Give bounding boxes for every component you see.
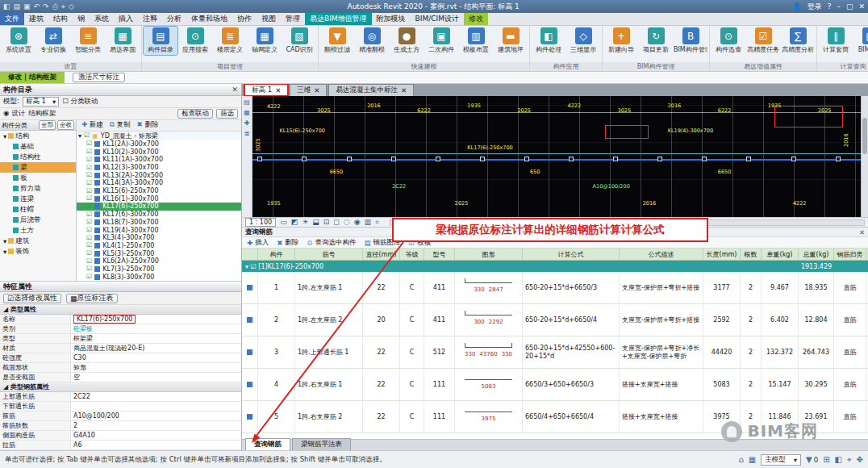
checkbox-icon[interactable]: ☑ [86,265,92,272]
checkbox-icon[interactable]: ☑ [86,235,92,241]
ribbon-tab-BIM/CIM设计[interactable]: BIM/CIM设计 [411,13,464,25]
list-item[interactable]: ☑KL17(6)-250x700 [77,203,241,211]
ribbon-button-高精度任务[interactable]: ☑高精度任务 [746,27,780,55]
table-group-row[interactable]: ▾ ☑ [1]KL17(6)-250x7001913.429 [242,261,868,272]
list-item[interactable]: ☑KL6(2A)-250x700 [77,257,241,265]
list-item[interactable]: ☑KL14(3A)-300x700 [77,179,241,187]
row-select-cell[interactable] [242,369,258,400]
list-item[interactable]: ☑KL19(4)-300x700 [77,226,241,234]
ribbon-button-项目更新[interactable]: ↻项目更新 [639,27,673,55]
checkbox-icon[interactable]: ☑ [86,148,92,155]
property-value[interactable]: 空 [71,373,241,382]
column-header-单重(kg)[interactable]: 单重(kg) [762,249,799,260]
ribbon-button-智能分类[interactable]: ≡智能分类 [71,27,105,55]
property-row-材质[interactable]: 材质商品混凝土(现浇砼20-E) [0,344,241,353]
property-row-是否变截面[interactable]: 是否变截面空 [0,373,241,382]
column-header-长度(mm)[interactable]: 长度(mm) [703,249,741,260]
property-row-截面形状[interactable]: 截面形状矩形 [0,363,241,373]
column-header-直径(mm)[interactable]: 直径(mm) [363,249,400,260]
list-strip-icon[interactable]: ≣ [244,130,250,137]
redo-icon[interactable]: ↷ [43,2,49,10]
checkbox-icon[interactable]: ☑ [86,274,92,280]
tab-close-icon[interactable]: ✕ [314,86,319,94]
ribbon-tab-协作[interactable]: 协作 [232,13,257,25]
ribbon-tab-体量和场地[interactable]: 体量和场地 [186,13,232,25]
list-item[interactable]: ☑KL3(4)-300x700 [77,234,241,242]
property-section-类型钢筋属性[interactable]: ◢ 类型钢筋属性 [0,382,241,392]
undo-icon[interactable]: ↶ [34,2,40,10]
crop-view-icon[interactable]: ⊡ [323,219,330,226]
tree-node-建筑[interactable]: ▾建筑 [0,236,76,246]
property-value[interactable]: 矩形 [71,363,241,372]
checkbox-icon[interactable]: ☑ [86,140,92,147]
checkbox-icon[interactable]: ☑ [86,250,92,257]
property-value[interactable]: 框架梁 [71,334,241,343]
scale-indicator[interactable]: 1 : 100 [245,218,276,227]
browser-strip-icon[interactable]: ▦ [244,109,250,116]
shadows-icon[interactable]: ⬓ [312,219,319,226]
design-option-select[interactable]: 主模型 ▾ [761,454,801,466]
column-header-根数[interactable]: 根数 [741,249,762,260]
property-row-箍筋肢数[interactable]: 箍筋肢数2 [0,421,241,431]
temporary-view-icon[interactable]: ▥ [365,219,372,226]
row-select-cell[interactable] [242,401,258,432]
reveal-hidden-icon[interactable]: ◉ [354,219,361,226]
ribbon-tab-文件[interactable]: 文件 [0,13,24,25]
rebar-row-2[interactable]: 21跨.左支座筋 220C4113002292650-20+15*d+6650/… [242,304,868,336]
list-item[interactable]: ☑KL7(3)-250x700 [77,265,241,274]
property-row-下部通长筋[interactable]: 下部通长筋 [0,402,241,412]
properties-button-原位标注表[interactable]: ▦ 原位标注表 [66,294,118,303]
login-label[interactable]: 登录 [807,2,822,12]
checkbox-icon[interactable]: ☑ [86,219,92,225]
ribbon-tab-视图[interactable]: 视图 [257,13,281,25]
ribbon-button-精准翻模[interactable]: ◎精准翻模 [355,27,389,55]
save-icon[interactable]: ▣ [23,2,31,10]
checkbox-icon[interactable]: ☑ [86,180,92,186]
ribbon-button-应用搜索[interactable]: ⊙应用搜索 [178,27,212,55]
exclude-options-icon[interactable]: ⊞ [823,455,829,464]
ribbon-tab-分析[interactable]: 分析 [162,13,186,25]
tree-node-装饰[interactable]: ▾装饰 [0,246,76,257]
property-value[interactable]: A6 [71,441,241,449]
ribbon-button-翻模过滤[interactable]: ▼翻模过滤 [320,27,354,55]
bottom-tab-梁钢筋平法表[interactable]: 梁钢筋平法表 [292,438,351,450]
ribbon-tab-建筑[interactable]: 建筑 [24,13,48,25]
selection-filter[interactable]: ▼ 0 [806,455,818,464]
property-value[interactable]: 2 [71,421,241,430]
level-select[interactable]: 标高 1 ▾ [23,97,59,107]
tree-node-连梁[interactable]: 连梁 [0,194,76,204]
list-item[interactable]: ☑KL18(7)-300x700 [77,219,241,227]
list-toolbar-新建[interactable]: ✚ 新建 [81,120,103,130]
ribbon-tab-钢[interactable]: 钢 [73,13,90,25]
column-header-型号[interactable]: 型号 [424,249,455,260]
checkbox-icon[interactable]: ☑ [86,203,92,210]
list-item[interactable]: ☑KL12(3)-300x700 [77,164,241,172]
constraints-icon[interactable]: ⌗ [375,219,379,226]
ribbon-tab-系统[interactable]: 系统 [90,13,114,25]
select-pinned-icon[interactable]: ⌖ [847,455,852,465]
property-row-侧面构造筋[interactable]: 侧面构造筋G4A10 [0,431,241,441]
ribbon-button-二次构件[interactable]: ▣二次构件 [424,27,458,55]
tab-close-icon[interactable]: ✕ [275,86,281,94]
design-options-icon[interactable]: ▦ [749,455,756,464]
hide-elements-icon[interactable]: ◌ [344,219,350,226]
table-toolbar-删除[interactable]: ✖ 删除 [277,238,298,248]
rebar-row-3[interactable]: 31跨.上部通长筋 122C51233043760330650-20+15*d+… [242,336,868,369]
expand-all-button[interactable]: 全部 [39,120,56,130]
close-icon[interactable]: ✕ [858,2,865,10]
column-header-等级[interactable]: 等级 [400,249,424,260]
ribbon-button-生成土方[interactable]: ●生成土方 [390,27,424,55]
context-tab-structural-framing[interactable]: 修改 | 结构框架 [0,72,65,83]
ribbon-button-模板布置[interactable]: ▥模板布置 [459,27,493,55]
tree-node-后浇带[interactable]: 后浇带 [0,215,76,225]
visual-style-icon[interactable]: ◩ [291,219,298,226]
collapse-all-button[interactable]: 全收 [57,120,74,130]
rebar-panel-close-icon[interactable]: ✕ [859,228,865,236]
tree-node-土方[interactable]: 土方 [0,225,76,236]
measure-icon[interactable]: ⌖ [61,2,65,11]
ribbon-button-构件处理[interactable]: ◧构件处理 [532,27,565,55]
drawing-canvas[interactable]: ▤ ▦ ✚ ≣ 42223025201662221935202542223025… [242,96,868,217]
ribbon-tab-注释[interactable]: 注释 [138,13,162,25]
property-row-拉筋[interactable]: 拉筋A6 [0,441,241,450]
ribbon-button-构件迅查[interactable]: ⊙构件迅查 [712,27,745,55]
